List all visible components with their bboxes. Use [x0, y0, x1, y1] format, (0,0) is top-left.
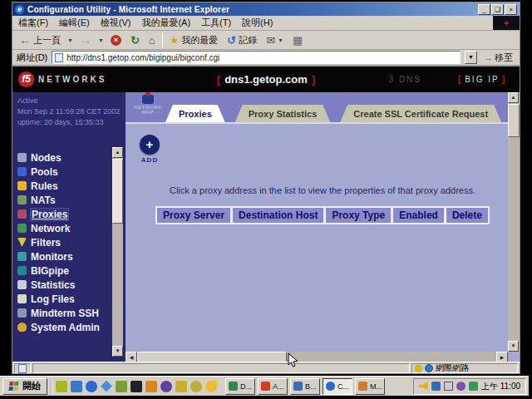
address-label: 網址(D): [17, 52, 47, 64]
close-button[interactable]: ×: [505, 4, 517, 15]
quick-launch-icon-5[interactable]: [116, 381, 127, 392]
windows-logo-icon: [8, 382, 19, 391]
column-header-proxy-type: Proxy Type: [324, 206, 392, 224]
menu-item-edit[interactable]: 編輯(E): [59, 17, 90, 29]
scroll-up-icon[interactable]: ▲: [508, 92, 519, 103]
content-body: + ADD Click a proxy address in the list …: [126, 124, 520, 363]
quick-launch-icon-1[interactable]: [56, 381, 67, 392]
task-label: C...: [337, 382, 349, 391]
sidebar-item-label: Network: [31, 223, 70, 234]
menu-item-view[interactable]: 檢視(V): [101, 17, 131, 29]
forward-button[interactable]: →: [77, 32, 94, 47]
content-vertical-scrollbar[interactable]: ▲ ▼: [508, 92, 520, 352]
maximize-button[interactable]: ❏: [491, 4, 504, 15]
system-status: Active Mon Sep 2 11:09:28 CET 2002 uptim…: [12, 92, 126, 128]
menu-item-file[interactable]: 檔案(F): [18, 17, 48, 29]
refresh-button[interactable]: ↻: [128, 34, 142, 47]
sidebar-item-network[interactable]: Network: [17, 221, 100, 235]
back-dropdown-icon[interactable]: ▼: [67, 37, 73, 43]
address-input[interactable]: http://dns1.getop.com/bigipgui/bigconf.c…: [52, 51, 461, 64]
go-button[interactable]: → 移至: [481, 52, 515, 64]
print-button[interactable]: ▦: [290, 34, 305, 47]
task-button-1[interactable]: D...: [225, 378, 255, 395]
task-button-5[interactable]: M...: [355, 378, 385, 395]
minimize-button[interactable]: _: [478, 4, 490, 15]
start-button[interactable]: 開始: [2, 378, 47, 395]
sidebar-item-nodes[interactable]: Nodes: [17, 150, 100, 165]
quick-launch-icon-11[interactable]: [205, 381, 217, 392]
mindterm-ssh-icon: [17, 308, 27, 318]
quick-launch-icon-4[interactable]: [101, 381, 112, 392]
scroll-up-icon[interactable]: ▲: [112, 147, 123, 158]
main-region: Active Mon Sep 2 11:09:28 CET 2002 uptim…: [12, 92, 520, 363]
stop-button[interactable]: ×: [108, 34, 124, 47]
quick-launch-icon-10[interactable]: [190, 381, 202, 392]
back-button[interactable]: ← 上一頁: [17, 32, 63, 47]
tab-proxy-statistics[interactable]: Proxy Statistics: [235, 105, 331, 122]
add-button[interactable]: + ADD: [140, 135, 160, 164]
menu-item-help[interactable]: 說明(H): [242, 17, 273, 29]
forward-dropdown-icon[interactable]: ▼: [98, 37, 104, 43]
sidebar-item-nats[interactable]: NATs: [17, 193, 100, 207]
sidebar-item-statistics[interactable]: Statistics: [17, 278, 100, 292]
sidebar-item-label: Pools: [31, 166, 58, 178]
mail-button[interactable]: ✉ ▼: [264, 34, 286, 47]
sidebar-item-system-admin[interactable]: System Admin: [17, 320, 100, 334]
scroll-down-icon[interactable]: ▼: [112, 346, 123, 357]
task-label: D...: [240, 382, 252, 391]
task-buttons: D... A... B... C... M...: [225, 378, 385, 395]
scrollbar-thumb[interactable]: [508, 104, 520, 137]
sidebar-item-proxies[interactable]: Proxies: [17, 207, 100, 221]
sidebar-scrollbar[interactable]: ▲ ▼: [112, 147, 123, 357]
sidebar-item-pools[interactable]: Pools: [17, 165, 100, 179]
volume-icon[interactable]: [419, 382, 428, 391]
sidebar-item-bigpipe[interactable]: BIGpipe: [17, 264, 100, 278]
scrollbar-thumb[interactable]: [112, 159, 123, 224]
menu-item-favorites[interactable]: 我的最愛(A): [141, 17, 190, 29]
task-button-2[interactable]: A...: [258, 378, 288, 395]
column-header-delete: Delete: [445, 206, 490, 224]
brand-bigip-label: [ BIG IP ]: [458, 75, 506, 84]
sidebar-item-rules[interactable]: Rules: [17, 179, 100, 193]
favorites-button[interactable]: ★ 我的最愛: [167, 33, 221, 47]
sidebar-item-label: Rules: [31, 180, 58, 192]
address-dropdown-icon[interactable]: ▼: [465, 51, 477, 64]
sidebar-item-label: Log Files: [31, 293, 75, 305]
tray-app-icon-2[interactable]: [469, 382, 478, 391]
display-icon[interactable]: [444, 382, 453, 391]
sidebar-item-log-files[interactable]: Log Files: [17, 292, 100, 306]
quick-launch-icon-2[interactable]: [71, 381, 82, 392]
instruction-text: Click a proxy address in the list to vie…: [126, 185, 520, 195]
ie-activity-indicator: ✦: [493, 16, 520, 30]
quick-launch-icon-8[interactable]: [160, 381, 172, 392]
tray-app-icon-1[interactable]: [456, 382, 466, 391]
sidebar-item-mindterm-ssh[interactable]: Mindterm SSH: [17, 306, 100, 320]
tab-create-ssl-certificate-request[interactable]: Create SSL Certificate Request: [340, 105, 501, 122]
column-header-destination-host: Destination Host: [231, 206, 324, 224]
task-icon: [229, 382, 238, 391]
history-button[interactable]: ↺ 記錄: [224, 33, 259, 47]
task-label: B...: [305, 382, 317, 391]
go-label: 移至: [495, 52, 513, 64]
menu-item-tools[interactable]: 工具(T): [201, 17, 231, 29]
tab-proxies[interactable]: Proxies: [165, 105, 225, 122]
history-icon: ↺: [227, 35, 236, 46]
quick-launch-icon-7[interactable]: [145, 381, 157, 392]
scroll-down-icon[interactable]: ▼: [508, 341, 519, 352]
quick-launch-icon-3[interactable]: [86, 381, 97, 392]
status-datetime: Mon Sep 2 11:09:28 CET 2002: [17, 106, 126, 117]
quick-launch-icon-9[interactable]: [175, 381, 187, 392]
sidebar-item-filters[interactable]: Filters: [17, 235, 100, 249]
home-button[interactable]: ⌂: [146, 34, 158, 47]
task-button-4-active[interactable]: C...: [323, 378, 352, 395]
network-map-button[interactable]: NETWORK MAP: [131, 95, 165, 115]
network-tray-icon[interactable]: [431, 382, 441, 391]
title-bar[interactable]: e Configuration Utility - Microsoft Inte…: [12, 2, 520, 16]
sidebar-item-monitors[interactable]: Monitors: [17, 249, 100, 264]
status-uptime: uptime: 20 days, 15:35:33: [17, 117, 126, 128]
task-button-3[interactable]: B...: [290, 378, 320, 395]
page-icon: [18, 364, 27, 373]
sidebar-nav: Nodes Pools Rules NATs: [17, 150, 100, 334]
quick-launch-icon-6[interactable]: [131, 381, 142, 392]
bigip-text: BIG IP: [465, 75, 499, 84]
